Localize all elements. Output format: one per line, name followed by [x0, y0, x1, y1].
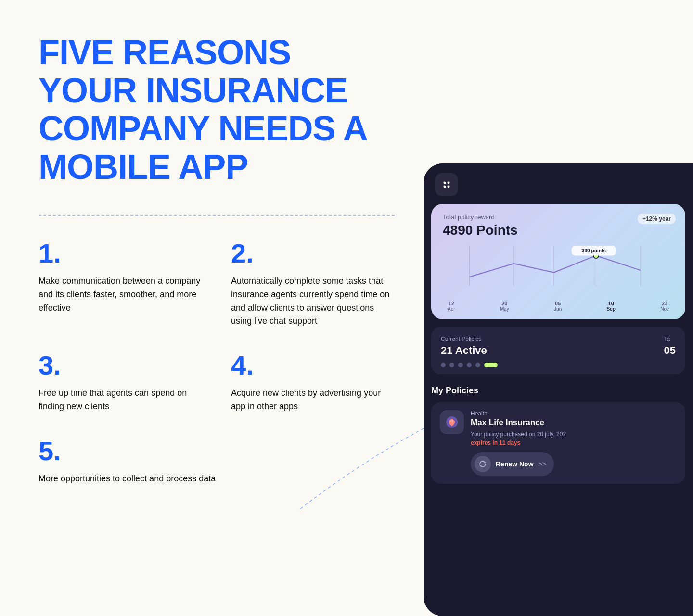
svg-point-0: [444, 182, 446, 184]
refresh-icon: [478, 460, 487, 468]
reason-2: 2. Automatically complete some tasks tha…: [231, 240, 395, 328]
dot-5: [475, 363, 480, 367]
phone-mockup: Total policy reward 4890 Points +12% yea…: [424, 163, 693, 616]
dot-4: [467, 363, 472, 367]
reward-badge: +12% year: [638, 214, 676, 224]
reason-1-text: Make communication between a company and…: [38, 275, 202, 315]
menu-icon: [441, 179, 452, 190]
policy-info: Health Max Life Insurance Your policy pu…: [471, 410, 677, 476]
reason-5-number: 5.: [38, 438, 395, 465]
policies-title: My Policies: [431, 386, 685, 396]
stats-dots: [441, 363, 676, 367]
renew-arrow: >>: [539, 460, 546, 468]
dot-active: [484, 363, 498, 367]
dot-1: [441, 363, 446, 367]
main-container: FIVE REASONS YOUR INSURANCE COMPANY NEED…: [0, 0, 693, 616]
page-headline: FIVE REASONS YOUR INSURANCE COMPANY NEED…: [38, 34, 395, 186]
section-divider: [38, 215, 395, 216]
phone-screen: Total policy reward 4890 Points +12% yea…: [424, 163, 693, 616]
chart-x-labels: 12 Apr 20 May 05 Jun 10 Sep: [443, 301, 674, 312]
reason-2-number: 2.: [231, 240, 395, 267]
stats-header: Current Policies 21 Active Ta 05: [441, 336, 676, 357]
svg-point-1: [448, 182, 450, 184]
health-icon: [445, 415, 459, 429]
tab-value: 05: [664, 344, 676, 357]
reason-4-number: 4.: [231, 352, 395, 379]
renew-label: Renew Now: [496, 460, 534, 468]
reward-points: 4890 Points: [443, 223, 674, 238]
dot-2: [449, 363, 454, 367]
reason-1-number: 1.: [38, 240, 202, 267]
policies-section: My Policies Health Max Life Insurance Yo…: [424, 382, 693, 491]
policy-name: Max Life Insurance: [471, 418, 677, 427]
reason-4: 4. Acquire new clients by advertising yo…: [231, 352, 395, 414]
tab-label: Ta: [664, 336, 676, 342]
reason-3-text: Free up time that agents can spend on fi…: [38, 387, 202, 414]
stats-row: Current Policies 21 Active Ta 05: [431, 327, 685, 374]
policy-expiry: expires in 11 days: [471, 440, 677, 446]
current-policies-label: Current Policies: [441, 336, 487, 342]
current-policies-col: Current Policies 21 Active: [441, 336, 487, 357]
left-section: FIVE REASONS YOUR INSURANCE COMPANY NEED…: [0, 0, 433, 616]
current-policies-value: 21 Active: [441, 344, 487, 357]
chart-area: 390 points: [443, 244, 674, 297]
policy-card: Health Max Life Insurance Your policy pu…: [431, 402, 685, 484]
reason-2-text: Automatically complete some tasks that i…: [231, 275, 395, 328]
chart-svg: 390 points: [443, 244, 674, 297]
reason-3-number: 3.: [38, 352, 202, 379]
svg-point-3: [448, 186, 450, 188]
reason-4-text: Acquire new clients by advertising your …: [231, 387, 395, 414]
policy-category: Health: [471, 410, 677, 417]
renew-button[interactable]: Renew Now >>: [471, 452, 554, 476]
policy-desc: Your policy purchased on 20 july, 202: [471, 430, 677, 439]
reason-5: 5. More opportunities to collect and pro…: [38, 438, 395, 486]
reason-3: 3. Free up time that agents can spend on…: [38, 352, 202, 414]
reason-5-text: More opportunities to collect and proces…: [38, 472, 395, 486]
policy-icon: [440, 410, 464, 434]
phone-top-bar: [424, 163, 693, 204]
reasons-grid: 1. Make communication between a company …: [38, 240, 395, 414]
tab-col: Ta 05: [664, 336, 676, 357]
chart-label-may: 20 May: [500, 301, 509, 312]
chart-label-jun: 05 Jun: [554, 301, 562, 312]
reward-card: Total policy reward 4890 Points +12% yea…: [431, 204, 685, 319]
dot-3: [458, 363, 463, 367]
chart-label-sep: 10 Sep: [607, 301, 616, 312]
reason-1: 1. Make communication between a company …: [38, 240, 202, 328]
menu-icon-button[interactable]: [435, 173, 458, 196]
svg-text:390 points: 390 points: [582, 248, 606, 253]
chart-label-apr: 12 Apr: [448, 301, 455, 312]
svg-point-2: [444, 186, 446, 188]
renew-icon: [475, 456, 491, 472]
chart-label-nov: 23 Nov: [660, 301, 669, 312]
